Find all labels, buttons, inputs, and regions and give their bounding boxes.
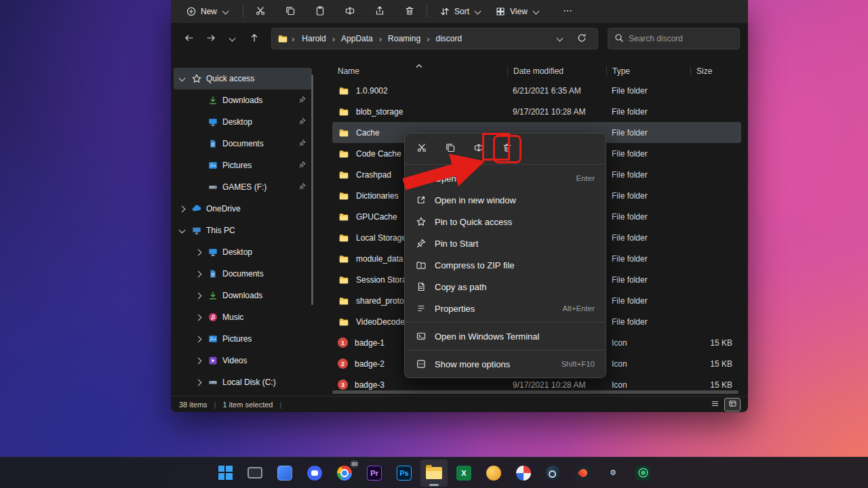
more-options-button[interactable] [557, 2, 578, 21]
new-button[interactable]: New [180, 3, 236, 20]
sidebar-item[interactable]: Downloads [174, 89, 312, 111]
taskbar-task-view[interactable] [241, 460, 269, 487]
expand-chevron-icon[interactable] [194, 269, 203, 279]
sidebar-item[interactable]: Documents [174, 133, 312, 155]
rename-button[interactable] [340, 2, 360, 21]
sidebar-item[interactable]: Local Disk (C:) [174, 371, 312, 393]
context-menu-item[interactable] [406, 350, 604, 350]
pin-icon [298, 117, 308, 127]
sidebar-item[interactable]: Music [174, 306, 312, 328]
cut-button[interactable] [410, 138, 433, 161]
expand-chevron-icon[interactable] [194, 378, 203, 387]
column-header-size[interactable]: Size [690, 66, 738, 76]
context-menu-item[interactable]: Compress to ZIP file [408, 254, 603, 276]
taskbar-browser-app[interactable] [510, 460, 537, 487]
menu-item-label: Copy as path [435, 282, 587, 292]
sidebar-item[interactable]: Pictures [174, 155, 312, 176]
taskbar-file-explorer[interactable] [420, 460, 448, 487]
sidebar-item[interactable]: Downloads [174, 285, 312, 306]
copy-button[interactable] [280, 2, 300, 21]
expand-chevron-icon[interactable] [178, 74, 187, 83]
address-dropdown-button[interactable] [550, 28, 570, 49]
context-menu-item[interactable]: Open in Windows Terminal [408, 325, 603, 347]
sidebar-item[interactable]: Desktop [174, 241, 312, 263]
star-icon [191, 73, 202, 84]
expand-chevron-icon[interactable] [178, 226, 187, 235]
sidebar-item[interactable]: Documents [174, 263, 312, 285]
sidebar-item[interactable]: Videos [174, 350, 312, 371]
expand-chevron-icon[interactable] [194, 182, 203, 192]
folder-icon [338, 232, 349, 243]
file-type: File folder [606, 86, 690, 96]
taskbar-music-app[interactable] [480, 460, 507, 487]
context-menu-item[interactable] [406, 322, 604, 323]
large-icons-view-button[interactable] [725, 399, 740, 411]
file-row[interactable]: blob_storage9/17/2021 10:28 AMFile folde… [332, 101, 741, 122]
taskbar-settings[interactable]: ⚙ [599, 460, 627, 487]
forward-button[interactable] [201, 28, 221, 49]
cut-button[interactable] [250, 2, 271, 21]
sidebar-item[interactable]: GAMES (F:) [174, 176, 312, 198]
refresh-button[interactable] [572, 28, 592, 49]
sidebar-item[interactable]: Quick access [174, 68, 312, 89]
taskbar-photoshop[interactable]: Ps [391, 460, 418, 487]
sidebar-scrollbar[interactable] [311, 75, 313, 305]
paste-button[interactable] [310, 2, 330, 21]
expand-chevron-icon[interactable] [194, 291, 203, 300]
taskbar-widgets[interactable] [271, 460, 298, 487]
taskbar-chat[interactable] [301, 460, 328, 487]
expand-chevron-icon[interactable] [194, 247, 203, 257]
context-menu-item[interactable]: Show more optionsShift+F10 [408, 353, 603, 375]
sort-button[interactable]: Sort [434, 3, 488, 20]
breadcrumb-item[interactable]: Harold [298, 32, 330, 45]
breadcrumb-item[interactable]: discord [431, 32, 466, 45]
expand-chevron-icon[interactable] [194, 334, 203, 344]
taskbar-steam[interactable] [540, 460, 567, 487]
chevron-down-icon [555, 34, 565, 43]
taskbar-premiere-pro[interactable]: Pr [361, 460, 388, 487]
sidebar-item[interactable]: Desktop [174, 111, 312, 133]
taskbar-media-app[interactable] [570, 460, 597, 487]
taskbar-excel[interactable]: X [450, 460, 477, 487]
column-header-type[interactable]: Type [606, 66, 690, 76]
context-menu-item[interactable]: Pin to Start [408, 232, 603, 254]
column-header-date[interactable]: Date modified [507, 66, 606, 76]
context-menu-item[interactable]: Copy as path [408, 276, 603, 298]
expand-chevron-icon[interactable] [194, 117, 203, 127]
sidebar-item[interactable]: OneDrive [174, 198, 312, 220]
context-menu-item[interactable]: Pin to Quick access [408, 211, 603, 232]
expand-chevron-icon[interactable] [194, 356, 203, 365]
details-view-button[interactable] [707, 399, 722, 411]
back-button[interactable] [179, 28, 199, 49]
taskbar-start[interactable] [212, 460, 239, 487]
address-field[interactable]: › Harold›AppData›Roaming›discord› [271, 28, 598, 49]
sidebar-item[interactable]: Pictures [174, 328, 312, 350]
recent-locations-button[interactable] [222, 28, 243, 49]
file-row[interactable]: 1.0.90026/21/2021 6:35 AMFile folder [332, 80, 741, 101]
view-button[interactable]: View [490, 3, 547, 20]
breadcrumb-item[interactable]: Roaming [384, 32, 425, 45]
column-headers: Name Date modified Type Size [332, 62, 741, 80]
column-header-name[interactable]: Name [332, 66, 507, 76]
expand-chevron-icon[interactable] [194, 96, 203, 105]
delete-button[interactable] [399, 2, 420, 21]
search-input[interactable] [629, 34, 734, 43]
horizontal-scrollbar[interactable] [332, 390, 738, 394]
pin-icon [298, 139, 308, 148]
taskbar-screen-recorder[interactable] [629, 460, 656, 487]
breadcrumb: Harold›AppData›Roaming›discord› [298, 32, 547, 45]
props-icon [416, 303, 427, 314]
expand-chevron-icon[interactable] [178, 204, 187, 214]
sidebar-item[interactable]: This PC [174, 220, 312, 241]
search-box [608, 28, 740, 49]
context-menu-item[interactable]: PropertiesAlt+Enter [408, 298, 603, 319]
download-icon [208, 95, 218, 106]
share-button[interactable] [370, 2, 390, 21]
expand-chevron-icon[interactable] [194, 139, 203, 148]
file-name-cell: 3badge-3 [332, 380, 507, 390]
up-button[interactable] [244, 28, 264, 49]
breadcrumb-item[interactable]: AppData [337, 32, 377, 45]
expand-chevron-icon[interactable] [194, 161, 203, 170]
taskbar-chrome[interactable]: 30 [331, 460, 358, 487]
expand-chevron-icon[interactable] [194, 312, 203, 322]
